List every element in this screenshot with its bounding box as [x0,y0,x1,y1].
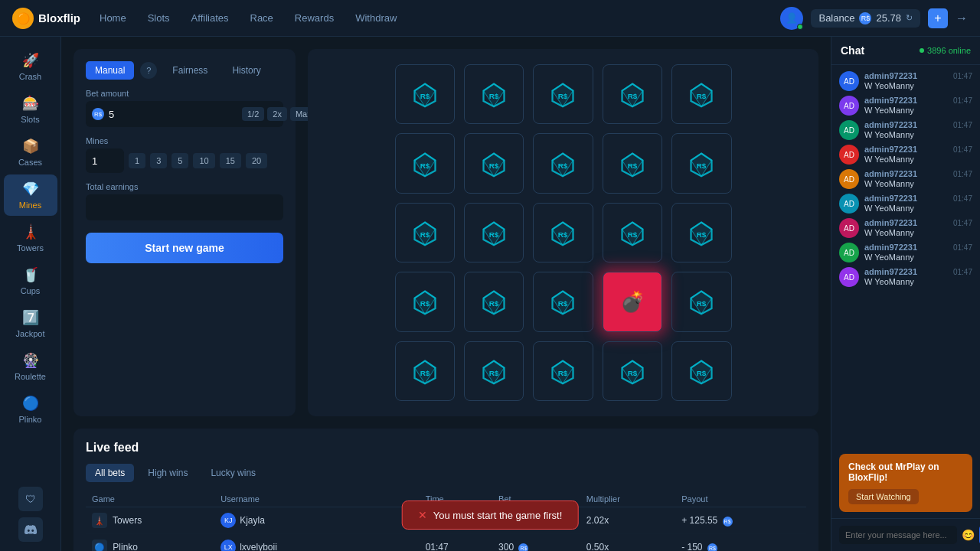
chat-msg-header: admin972231 01:47 [864,267,972,276]
sidebar-item-cases[interactable]: 📦 Cases [4,132,57,173]
mine-cell[interactable]: R$ [395,272,455,331]
svg-text:R$: R$ [420,300,430,308]
mines-value-display: 1 [86,148,124,173]
gem-icon: R$ [411,357,439,385]
sidebar-item-towers[interactable]: 🗼 Towers [4,217,57,259]
mine-cell[interactable]: R$ [464,133,524,193]
feed-tab-high[interactable]: High wins [139,464,197,482]
mine-cell[interactable]: R$ [533,341,593,401]
mine-cell[interactable]: R$ [464,272,524,331]
sidebar-label-cases: Cases [18,158,42,167]
mine-cell[interactable]: R$ [464,203,524,262]
chat-input[interactable] [839,526,957,544]
gem-icon: R$ [688,80,715,108]
svg-text:R$: R$ [697,369,707,377]
chat-messages: AD admin972231 01:47 W YeoManny AD admin… [831,65,980,448]
mine-cell[interactable]: R$ [671,341,731,401]
game-icon: 🗼 [92,513,107,528]
mine-cell[interactable]: R$ [671,272,731,331]
mine-cell[interactable]: R$ [464,64,524,124]
sidebar-item-cups[interactable]: 🥤 Cups [4,260,57,302]
svg-text:R$: R$ [697,93,707,101]
tab-history[interactable]: History [223,61,270,80]
mine-cell[interactable]: R$ [533,203,593,262]
nav-home[interactable]: Home [100,9,126,27]
mine-cell[interactable]: R$ [671,133,731,193]
tab-manual[interactable]: Manual [86,61,134,80]
discord-icon[interactable] [18,517,43,542]
mine-cell[interactable]: 💣 [603,272,662,331]
chat-msg-header: admin972231 01:47 [864,96,972,105]
nav-slots[interactable]: Slots [148,9,170,27]
start-game-button[interactable]: Start new game [86,233,283,263]
bet-double-button[interactable]: 2x [267,107,287,121]
sidebar-item-roulette[interactable]: 🎡 Roulette [4,346,57,387]
mine-cell[interactable]: R$ [671,203,731,262]
avatar[interactable]: 👤 [780,7,803,30]
logo[interactable]: 🟠 Bloxflip [12,8,81,29]
nav-rewards[interactable]: Rewards [295,9,334,27]
online-dot [920,48,924,53]
bet-amount-label: Bet amount [86,89,283,98]
crash-icon: 🚀 [22,52,39,69]
mine-cell[interactable]: R$ [603,64,662,124]
mine-cell[interactable]: R$ [671,64,731,124]
mines-preset-1[interactable]: 1 [129,153,145,168]
sidebar-item-jackpot[interactable]: 7️⃣ Jackpot [4,303,57,344]
mine-cell[interactable]: R$ [395,203,455,262]
gem-icon: R$ [549,288,577,315]
nav-affiliates[interactable]: Affiliates [191,9,229,27]
mine-cell[interactable]: R$ [603,341,662,401]
chat-time: 01:47 [953,170,972,178]
mine-cell[interactable]: R$ [603,133,662,193]
feed-tab-all[interactable]: All bets [86,464,134,482]
sidebar-item-crash[interactable]: 🚀 Crash [4,46,57,87]
mines-preset-10[interactable]: 10 [193,153,214,168]
bet-coin-icon: R$ [92,108,104,120]
mine-cell[interactable]: R$ [464,341,524,401]
mines-preset-3[interactable]: 3 [150,153,167,168]
tab-fairness[interactable]: Fairness [163,61,217,80]
chat-msg-body: admin972231 01:47 W YeoManny [864,71,972,90]
add-funds-button[interactable]: + [928,8,948,28]
bet-half-button[interactable]: 1/2 [242,107,264,121]
gem-icon: R$ [549,357,577,385]
nav-race[interactable]: Race [250,9,273,27]
sidebar-item-plinko[interactable]: 🔵 Plinko [4,389,57,430]
emoji-button[interactable]: 😊 [962,529,975,541]
sidebar-item-slots[interactable]: 🎰 Slots [4,89,57,130]
mine-cell[interactable]: R$ [395,64,455,124]
chat-text: W YeoManny [864,253,972,262]
gem-icon: R$ [411,288,439,315]
nav-withdraw[interactable]: Withdraw [355,9,397,27]
login-button[interactable]: → [956,11,968,25]
promo-watch-button[interactable]: Start Watching [848,489,919,504]
mine-cell[interactable]: R$ [533,133,593,193]
mine-cell[interactable]: R$ [533,272,593,331]
mine-cell[interactable]: R$ [395,341,455,401]
mine-cell[interactable]: R$ [395,133,455,193]
toast-close-icon: ✕ [418,509,427,521]
mine-cell[interactable]: R$ [533,64,593,124]
shield-icon[interactable]: 🛡 [18,487,43,511]
mines-preset-5[interactable]: 5 [172,153,188,168]
feed-tab-lucky[interactable]: Lucky wins [201,464,265,482]
gem-icon: R$ [480,150,508,178]
brand-name: Bloxflip [38,11,80,24]
mine-cell[interactable]: R$ [603,203,662,262]
refresh-icon[interactable]: ↻ [906,13,913,23]
svg-text:R$: R$ [489,93,499,101]
chat-msg-body: admin972231 01:47 W YeoManny [864,194,972,213]
chat-msg-header: admin972231 01:47 [864,71,972,80]
chat-time: 01:47 [953,243,972,252]
chat-text: W YeoManny [864,81,972,90]
sidebar-item-mines[interactable]: 💎 Mines [4,174,57,216]
mines-preset-15[interactable]: 15 [220,153,241,168]
svg-text:R$: R$ [558,161,568,170]
chat-msg-header: admin972231 01:47 [864,169,972,178]
cell-game: 🗼 Towers [86,507,214,534]
table-row: 🔵 Plinko LX lxvelyboii 01:47 300 R$ 0.50… [86,534,806,551]
bet-amount-input[interactable] [109,109,237,120]
help-button[interactable]: ? [140,62,157,79]
mines-preset-20[interactable]: 20 [246,153,267,168]
